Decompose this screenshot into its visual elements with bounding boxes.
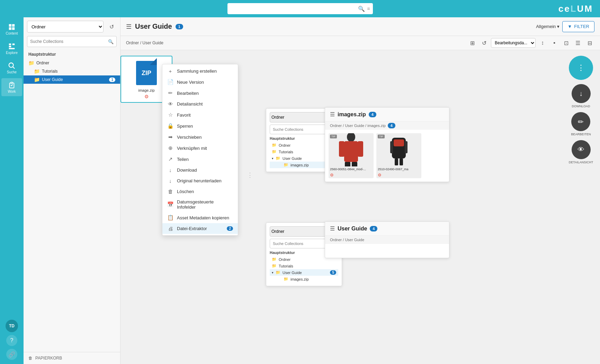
top-search-input[interactable] (230, 6, 356, 11)
svg-rect-21 (390, 141, 393, 153)
svg-rect-16 (352, 162, 357, 166)
sidebar-item-explore[interactable]: Explore (1, 39, 22, 57)
panel-ug-count: 4 (370, 226, 377, 231)
file-actions: ⚙ (144, 94, 149, 99)
menu-item-favorit[interactable]: ☆ Favorit (162, 109, 238, 120)
lock-icon: 🔒 (167, 123, 173, 129)
allgemein-label: Allgemein (536, 24, 556, 29)
panel-search-input[interactable] (273, 127, 323, 131)
hamburger-icon[interactable]: ☰ (126, 23, 132, 30)
svg-rect-18 (394, 139, 404, 146)
detailansicht-circle[interactable]: 👁 (572, 140, 591, 159)
folder-icon: 📁 (272, 257, 277, 262)
menu-item-verschieben[interactable]: ➡ Verschieben (162, 131, 238, 143)
grid-view-icon[interactable]: ⊞ (467, 38, 477, 48)
filter-button[interactable]: ▼ FILTER (562, 21, 594, 32)
papierkorb[interactable]: 🗑 PAPIERKORB (24, 352, 120, 364)
svg-rect-13 (339, 141, 344, 157)
tree-item-ordner[interactable]: 📁 Ordner (24, 59, 120, 67)
bearbeiten-action[interactable]: ✏ BEARBEITEN (571, 112, 591, 136)
menu-item-dateiextraktor[interactable]: 🖨 Datei-Extraktor 2 (162, 223, 238, 234)
dots-separator: ⋮ (247, 171, 253, 179)
folder-icon: 📁 (272, 143, 277, 147)
trash-icon: 🗑 (167, 189, 173, 194)
panel-images-title: images.zip (338, 111, 366, 118)
bearbeiten-label: BEARBEITEN (571, 133, 591, 136)
app-logo: ceLUM (558, 3, 593, 14)
link-icon[interactable]: 🔗 (6, 349, 17, 360)
menu-item-loeschen[interactable]: 🗑 Löschen (162, 186, 238, 197)
thumb-2[interactable]: TIF 2510-02490-0067_ma (376, 133, 421, 178)
svg-rect-0 (9, 24, 11, 26)
header-right: Allgemein ▾ ▼ FILTER (536, 21, 594, 32)
main-layout: Content Explore Suche Work TD ? 🔗 Ordner… (0, 17, 600, 364)
detailansicht-action[interactable]: 👁 DETAILANSICHT (569, 140, 593, 164)
bearbeiten-circle[interactable]: ✏ (571, 112, 590, 131)
expand-icon[interactable]: ⊡ (561, 38, 571, 48)
collections-header: Ordner ↺ (24, 17, 120, 36)
sort-dropdown[interactable]: Bearbeitungsda... (491, 38, 536, 48)
panel-ug-userguide[interactable]: ▾ 📁 User Guide 5 (270, 269, 338, 276)
edit-icon: ✏ (167, 90, 173, 96)
menu-item-download[interactable]: ↓ Download (162, 165, 238, 175)
menu-item-verknuepfen[interactable]: ⊕ Verknüpfen mit (162, 143, 238, 154)
collections-search-input[interactable] (30, 39, 106, 44)
download-action[interactable]: ↓ DOWNLOAD (572, 84, 591, 108)
panel-ug-search-input[interactable] (273, 242, 323, 246)
svg-rect-22 (405, 141, 408, 153)
panel-ug-tutorials[interactable]: 📁 Tutorials (270, 263, 338, 269)
menu-label-sperren: Sperren (177, 124, 193, 129)
folder-icon: 📁 (276, 270, 280, 275)
download-circle[interactable]: ↓ (572, 84, 591, 103)
more-button[interactable]: ⋮ (569, 56, 593, 80)
sidebar-item-suche[interactable]: Suche (1, 59, 22, 77)
context-menu: + Sammlung erstellen 📄 Neue Version ✏ Be… (162, 64, 238, 236)
panel-images-breadcrumb: Ordner / User Guide / images.zip 4 (325, 121, 449, 130)
panel-ug-title: User Guide (338, 226, 367, 232)
columns-icon[interactable]: ⊟ (585, 38, 594, 48)
menu-item-datum[interactable]: 📅 Datumsgesteuerte Infofelder (162, 197, 238, 212)
svg-rect-1 (12, 24, 15, 26)
avatar[interactable]: TD (6, 320, 18, 332)
filter-label: FILTER (574, 24, 589, 29)
thumb-1[interactable]: TIF 2560-00051- (329, 133, 374, 178)
filter-icon[interactable]: ≡ (367, 6, 370, 11)
menu-item-bearbeiten[interactable]: ✏ Bearbeiten (162, 88, 238, 99)
menu-item-original[interactable]: ↓ Original herunterladen (162, 175, 238, 186)
menu-item-neueversion[interactable]: 📄 Neue Version (162, 76, 238, 88)
panel-images-detail: ☰ images.zip 4 Ordner / User Guide / ima… (325, 107, 449, 182)
allgemein-button[interactable]: Allgemein ▾ (536, 24, 559, 29)
help-icon[interactable]: ? (6, 335, 17, 346)
sidebar-item-content[interactable]: Content (1, 20, 22, 38)
download-icon: ↓ (579, 90, 583, 98)
svg-rect-10 (11, 82, 13, 83)
menu-item-metadaten[interactable]: 📋 Asset Metadaten kopieren (162, 212, 238, 223)
svg-rect-2 (9, 27, 11, 29)
sort-order-icon[interactable]: ↕ (538, 38, 547, 48)
calendar-icon: 📅 (167, 201, 173, 208)
menu-label-sammlung: Sammlung erstellen (177, 69, 217, 74)
tree-item-userguide[interactable]: 📁 User Guide 1 (24, 75, 120, 84)
folder-icon: 📁 (272, 264, 277, 268)
collections-section-title: Hauptstruktur (24, 50, 120, 59)
tree-label-userguide: User Guide (42, 77, 63, 82)
collections-dropdown[interactable]: Ordner (27, 21, 104, 33)
view-size-icon[interactable]: ▪ (549, 38, 559, 48)
menu-item-detailansicht[interactable]: 👁 Detailansicht (162, 99, 238, 109)
file-action-icon[interactable]: ⚙ (144, 94, 149, 99)
menu-item-sammlung[interactable]: + Sammlung erstellen (162, 66, 238, 76)
menu-item-teilen[interactable]: ↗ Teilen (162, 154, 238, 165)
list-view-icon[interactable]: ☰ (573, 38, 583, 48)
refresh-icon[interactable]: ↺ (479, 38, 489, 48)
refresh-button[interactable]: ↺ (106, 21, 117, 32)
hamburger-icon: ☰ (330, 225, 335, 232)
tree-item-tutorials[interactable]: 📁 Tutorials (24, 67, 120, 75)
svg-rect-12 (344, 141, 358, 162)
panel-ug-imageszip[interactable]: 📁 images.zip (270, 276, 338, 282)
more-icon: ⋮ (577, 63, 585, 72)
thumb-action-1[interactable]: ⚙ (329, 172, 374, 178)
sidebar-item-work[interactable]: Work (1, 78, 22, 96)
menu-item-sperren[interactable]: 🔒 Sperren (162, 120, 238, 131)
thumb-action-2[interactable]: ⚙ (376, 172, 421, 178)
share-icon: ↗ (167, 156, 173, 162)
